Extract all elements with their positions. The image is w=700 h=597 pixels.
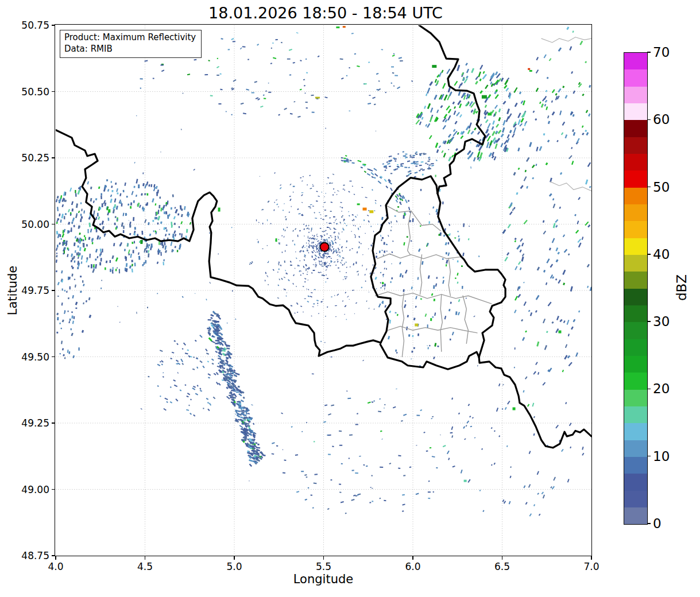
y-tick-mark [52, 91, 55, 92]
x-tick-mark [55, 556, 56, 560]
colorbar-tick-mark [647, 119, 651, 121]
colorbar-segment [624, 474, 647, 490]
figure-title: 18.01.2026 18:50 - 18:54 UTC [208, 4, 443, 22]
x-tick-mark [234, 556, 235, 560]
colorbar-tick-mark [647, 389, 651, 390]
y-tick-label: 50.50 [5, 86, 49, 98]
colorbar-label: dBZ [674, 274, 689, 301]
colorbar-segment [624, 137, 647, 154]
colorbar-tick-label: 50 [653, 180, 670, 195]
radar-map-canvas [56, 25, 591, 556]
colorbar-segment [624, 170, 647, 187]
colorbar-segment [624, 339, 647, 356]
x-tick-label: 5.5 [316, 561, 331, 572]
colorbar-segment [624, 69, 647, 86]
colorbar-tick-label: 30 [653, 314, 670, 329]
y-tick-mark [52, 489, 55, 490]
x-tick-mark [502, 556, 503, 560]
colorbar-segment [624, 491, 647, 507]
colorbar-segment [624, 440, 647, 457]
x-tick-label: 6.0 [405, 561, 420, 572]
colorbar-segment [624, 406, 647, 423]
colorbar-tick-mark [647, 254, 651, 255]
colorbar-segment [624, 289, 647, 305]
colorbar-segment [624, 322, 647, 339]
colorbar-tick-label: 60 [653, 112, 670, 127]
colorbar-segment [624, 120, 647, 137]
y-tick-mark [52, 422, 55, 424]
y-tick-mark [52, 356, 55, 358]
x-tick-label: 7.0 [583, 561, 599, 572]
colorbar-segment [624, 87, 647, 103]
colorbar-segment [624, 457, 647, 474]
product-annotation-line2: Data: RMIB [64, 44, 196, 55]
x-tick-label: 6.5 [494, 561, 510, 572]
colorbar-tick-label: 10 [653, 449, 670, 464]
colorbar-segment [624, 103, 647, 120]
colorbar-tick-label: 0 [653, 516, 662, 531]
colorbar-segment [624, 373, 647, 389]
radar-reflectivity-figure: 18.01.2026 18:50 - 18:54 UTC Product: Ma… [0, 0, 700, 597]
y-tick-label: 49.75 [5, 285, 49, 296]
x-tick-mark [323, 556, 324, 560]
y-tick-mark [52, 555, 55, 556]
colorbar-segment [624, 423, 647, 440]
colorbar-tick-mark [647, 52, 651, 53]
y-tick-mark [52, 157, 55, 158]
x-tick-mark [591, 556, 592, 560]
colorbar-tick-mark [647, 187, 651, 188]
x-tick-mark [412, 556, 413, 560]
colorbar-segment [624, 154, 647, 170]
y-tick-label: 49.00 [5, 484, 49, 495]
colorbar-segment [624, 221, 647, 238]
y-tick-label: 50.00 [5, 219, 49, 230]
colorbar-tick-mark [647, 456, 651, 457]
y-tick-label: 49.25 [5, 417, 49, 429]
product-annotation-line1: Product: Maximum Reflectivity [64, 32, 196, 44]
y-tick-mark [52, 224, 55, 225]
colorbar-tick-label: 40 [653, 247, 670, 262]
x-tick-label: 4.0 [48, 561, 63, 572]
y-tick-label: 50.25 [5, 152, 49, 164]
colorbar-segment [624, 356, 647, 373]
y-tick-mark [52, 290, 55, 291]
colorbar-segment [624, 238, 647, 255]
colorbar-segment [624, 188, 647, 204]
colorbar [624, 52, 648, 525]
colorbar-segment [624, 390, 647, 406]
colorbar-tick-label: 20 [653, 381, 670, 396]
x-axis-label: Longitude [293, 572, 353, 586]
y-tick-label: 49.50 [5, 351, 49, 363]
product-annotation-box: Product: Maximum Reflectivity Data: RMIB [60, 30, 202, 58]
colorbar-segment [624, 507, 647, 524]
y-tick-label: 50.75 [5, 20, 49, 31]
x-tick-mark [145, 556, 146, 560]
colorbar-segment [624, 53, 647, 69]
x-tick-label: 4.5 [137, 561, 153, 572]
colorbar-tick-label: 70 [653, 45, 670, 60]
colorbar-segment [624, 255, 647, 272]
colorbar-segment [624, 305, 647, 322]
x-tick-label: 5.0 [226, 561, 242, 572]
colorbar-segment [624, 204, 647, 221]
y-tick-label: 48.75 [5, 550, 49, 561]
colorbar-tick-mark [647, 523, 651, 524]
y-tick-mark [52, 25, 55, 26]
colorbar-tick-mark [647, 321, 651, 322]
colorbar-segment [624, 272, 647, 288]
